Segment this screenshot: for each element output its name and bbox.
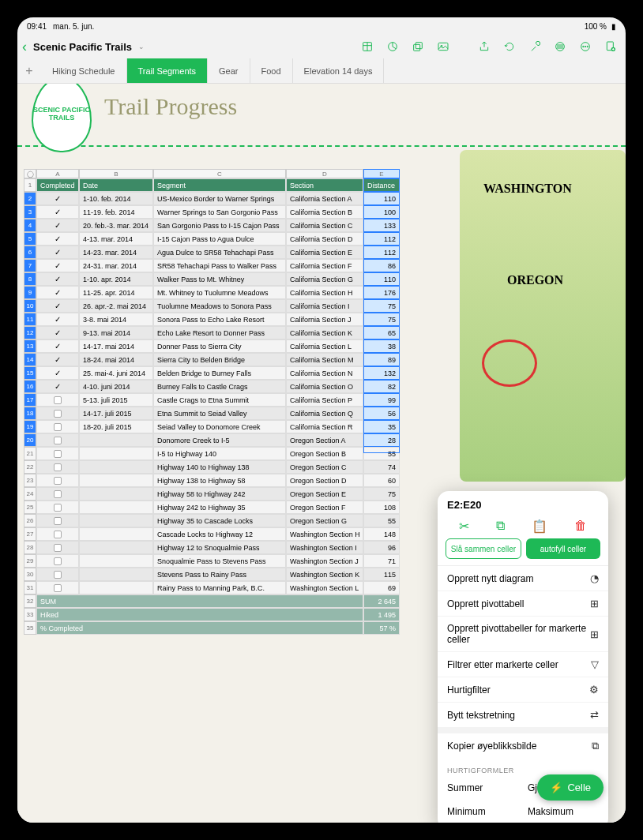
cell[interactable]: Rainy Pass to Manning Park, B.C.	[153, 581, 286, 594]
cell[interactable]: Oregon Section F	[286, 501, 363, 514]
cell[interactable]: ✓	[36, 246, 79, 259]
checkbox-unchecked-icon[interactable]	[54, 584, 62, 592]
cell-fab-button[interactable]: ⚡ Celle	[537, 774, 604, 801]
checkbox-checked-icon[interactable]: ✓	[55, 288, 61, 297]
cell[interactable]: Seiad Valley to Donomore Creek	[153, 420, 286, 433]
checkbox-unchecked-icon[interactable]	[54, 517, 62, 525]
row-header[interactable]: 31	[24, 581, 36, 594]
row-header[interactable]: 7	[24, 259, 36, 272]
cell[interactable]: 108	[363, 501, 400, 514]
cell[interactable]: Belden Bridge to Burney Falls	[153, 366, 286, 380]
table-row[interactable]: 9✓11-25. apr. 2014Mt. Whitney to Tuolumn…	[24, 286, 619, 299]
quick-formula-maksimum[interactable]: Maksimum	[523, 800, 604, 823]
cell[interactable]: ✓	[36, 286, 79, 299]
cell[interactable]: California Section A	[286, 192, 363, 205]
cell[interactable]	[79, 581, 153, 594]
cell[interactable]: ✓	[36, 326, 79, 339]
checkbox-unchecked-icon[interactable]	[54, 396, 62, 404]
cell[interactable]	[79, 433, 153, 447]
table-row[interactable]: 7✓24-31. mar. 2014SR58 Tehachapi Pass to…	[24, 259, 619, 272]
cell[interactable]: Stevens Pass to Rainy Pass	[153, 568, 286, 581]
checkbox-unchecked-icon[interactable]	[54, 490, 62, 498]
col-header-B[interactable]: B	[79, 169, 153, 178]
table-row[interactable]: 10✓26. apr.-2. mai 2014Tuolumne Meadows …	[24, 299, 619, 313]
cell[interactable]	[79, 501, 153, 514]
format-icon[interactable]	[550, 36, 570, 57]
cell[interactable]: 24-31. mar. 2014	[79, 259, 153, 272]
insert-table-icon[interactable]	[357, 36, 378, 57]
cell[interactable]	[79, 460, 153, 474]
cell[interactable]: California Section Q	[286, 407, 363, 420]
cell[interactable]: Washington Section H	[286, 527, 363, 541]
row-header[interactable]: 27	[24, 527, 36, 541]
insert-shape-icon[interactable]	[408, 36, 428, 57]
cell[interactable]: 133	[363, 219, 400, 232]
cell[interactable]: Oregon Section D	[286, 474, 363, 487]
col-header-C[interactable]: C	[153, 169, 286, 178]
merge-cells-button[interactable]: Slå sammen celler	[446, 538, 521, 559]
cell[interactable]: 60	[363, 474, 400, 487]
cell[interactable]: California Section H	[286, 286, 363, 299]
cell[interactable]: 28	[363, 433, 400, 447]
cell[interactable]: Snoqualmie Pass to Stevens Pass	[153, 554, 286, 568]
cell[interactable]: California Section N	[286, 366, 363, 380]
cell[interactable]: California Section O	[286, 380, 363, 393]
row-header[interactable]: 32	[24, 594, 36, 608]
cell[interactable]: 71	[363, 554, 400, 568]
cell[interactable]: California Section B	[286, 205, 363, 219]
cell[interactable]: 57 %	[363, 621, 400, 635]
cell[interactable]	[79, 527, 153, 541]
cell[interactable]: 115	[363, 568, 400, 581]
checkbox-checked-icon[interactable]: ✓	[55, 315, 61, 324]
table-row[interactable]: 23Highway 138 to Highway 58Oregon Sectio…	[24, 474, 619, 487]
cell[interactable]: 100	[363, 205, 400, 219]
cell[interactable]: Cascade Locks to Highway 12	[153, 527, 286, 541]
checkbox-unchecked-icon[interactable]	[54, 504, 62, 512]
cell[interactable]: 11-25. apr. 2014	[79, 286, 153, 299]
cell[interactable]: 75	[363, 313, 400, 326]
cell[interactable]: 26. apr.-2. mai 2014	[79, 299, 153, 313]
row-header[interactable]: 16	[24, 380, 36, 393]
cell[interactable]: Section	[286, 178, 363, 192]
table-row[interactable]: 5✓4-13. mar. 2014I-15 Cajon Pass to Agua…	[24, 232, 619, 246]
undo-icon[interactable]	[499, 36, 520, 57]
cell[interactable]: ✓	[36, 219, 79, 232]
checkbox-checked-icon[interactable]: ✓	[55, 369, 61, 377]
table-row[interactable]: 20Donomore Creek to I-5Oregon Section A2…	[24, 433, 619, 447]
cell[interactable]: ✓	[36, 232, 79, 246]
table-row[interactable]: 21I-5 to Highway 140Oregon Section B55	[24, 447, 619, 460]
cell[interactable]: Walker Pass to Mt. Whitney	[153, 272, 286, 286]
cell[interactable]: ✓	[36, 192, 79, 205]
cell[interactable]: California Section F	[286, 259, 363, 272]
cell[interactable]	[36, 487, 79, 501]
table-row[interactable]: 175-13. juli 2015Castle Crags to Etna Su…	[24, 393, 619, 407]
cell[interactable]: California Section L	[286, 339, 363, 353]
row-header[interactable]: 8	[24, 272, 36, 286]
cell[interactable]: Echo Lake Resort to Donner Pass	[153, 326, 286, 339]
cell[interactable]: Date	[79, 178, 153, 192]
checkbox-unchecked-icon[interactable]	[54, 531, 62, 538]
menu-item-filtrer-etter-markerte-celler[interactable]: Filtrer etter markerte celler▽	[438, 652, 608, 677]
cell[interactable]: Warner Springs to San Gorgonio Pass	[153, 205, 286, 219]
cell[interactable]: 1-10. feb. 2014	[79, 192, 153, 205]
insert-chart-icon[interactable]	[382, 36, 403, 57]
cell[interactable]: 1-10. apr. 2014	[79, 272, 153, 286]
cell[interactable]	[79, 514, 153, 527]
row-header[interactable]: 9	[24, 286, 36, 299]
cell[interactable]: 69	[363, 581, 400, 594]
row-header[interactable]: 12	[24, 326, 36, 339]
cell[interactable]: Burney Falls to Castle Crags	[153, 380, 286, 393]
cell[interactable]: 4-13. mar. 2014	[79, 232, 153, 246]
autofill-cells-button[interactable]: autofyll celler	[526, 538, 600, 559]
cell[interactable]: US-Mexico Border to Warner Springs	[153, 192, 286, 205]
checkbox-checked-icon[interactable]: ✓	[55, 342, 61, 351]
row-header[interactable]: 22	[24, 460, 36, 474]
menu-item-opprett-nytt-diagram[interactable]: Opprett nytt diagram◔	[438, 566, 608, 591]
cell[interactable]: 75	[363, 487, 400, 501]
cell[interactable]: 74	[363, 460, 400, 474]
col-header-D[interactable]: D	[286, 169, 363, 178]
cell[interactable]	[36, 541, 79, 554]
delete-icon[interactable]: 🗑	[574, 519, 587, 534]
cell[interactable]: Highway 12 to Snoqualmie Pass	[153, 541, 286, 554]
cell[interactable]: Highway 242 to Highway 35	[153, 501, 286, 514]
